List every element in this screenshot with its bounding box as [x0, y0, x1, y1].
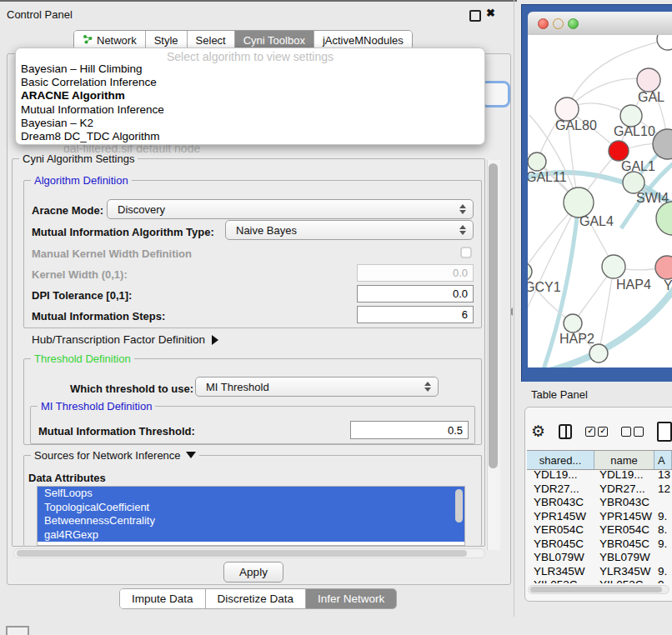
table-row[interactable]: YDL19...YDL19...13 [527, 468, 672, 482]
minimize-traffic-light-icon[interactable] [553, 18, 564, 29]
network-icon [83, 34, 93, 47]
network-node-GAL80[interactable] [555, 98, 579, 121]
table-row[interactable]: YLR345WYLR345W9. [527, 565, 672, 579]
dpi-tolerance-field[interactable]: 0.0 [357, 285, 474, 302]
network-node-GAL4[interactable] [564, 188, 594, 218]
network-node-node-bottom[interactable] [589, 344, 608, 362]
split-columns-icon[interactable] [559, 424, 572, 439]
table-header-row: shared... name A [527, 450, 672, 470]
table-row[interactable]: YBR045CYBR045C9. [527, 538, 672, 552]
attribute-list-item[interactable]: BetweennessCentrality [38, 514, 464, 528]
mi-threshold-group-title: MI Threshold Definition [38, 400, 155, 412]
manual-kernel-checkbox[interactable] [460, 247, 472, 258]
table-cell: 9. [654, 510, 672, 524]
hub-tf-label: Hub/Transcription Factor Definition [32, 333, 205, 346]
algorithm-option[interactable]: Dream8 DC_TDC Algorithm [16, 130, 484, 143]
algorithm-definition-title: Algorithm Definition [31, 174, 132, 187]
network-view-canvas[interactable]: GALGAL80GAL10GAL1GAL11SWI4GAL4HAP4YGCY1H… [528, 35, 672, 368]
close-traffic-light-icon[interactable] [538, 18, 549, 29]
tab-network[interactable]: Network [74, 31, 146, 49]
tab-discretize-data[interactable]: Discretize Data [206, 589, 307, 608]
attribute-list-item[interactable]: SelfLoops [38, 487, 464, 501]
column-header-shared-name[interactable]: shared... [527, 451, 594, 469]
algorithm-option[interactable]: Mutual Information Inference [16, 103, 484, 117]
zoom-traffic-light-icon[interactable] [568, 18, 579, 29]
network-node-label: GAL1 [621, 159, 655, 173]
dropdown-placeholder: Select algorithm to view settings [16, 48, 484, 62]
mi-type-value: Naive Bayes [236, 224, 297, 237]
apply-button[interactable]: Apply [223, 562, 283, 582]
close-icon[interactable]: ✖ [486, 7, 495, 19]
gear-icon[interactable]: ⚙ [531, 423, 545, 440]
network-node-node-top[interactable] [657, 35, 672, 50]
attributes-scrollbar-thumb[interactable] [455, 489, 463, 522]
network-node-label: GAL10 [614, 124, 655, 138]
data-attributes-list[interactable]: SelfLoopsTopologicalCoefficientBetweenne… [37, 486, 465, 546]
table-horizontal-scrollbar-thumb[interactable] [530, 587, 662, 592]
table-row[interactable]: YPR145WYPR145W9. [527, 510, 672, 524]
tab-jactivemnodules[interactable]: jActiveMNodules [314, 31, 412, 49]
aracne-mode-label: Aracne Mode: [32, 204, 103, 217]
network-node-GCY1[interactable] [528, 262, 532, 281]
tab-cyni-toolbox[interactable]: Cyni Toolbox [235, 31, 314, 49]
mi-threshold-field[interactable]: 0.5 [350, 421, 469, 439]
table-row[interactable]: YDR27...YDR27...12 [527, 482, 672, 497]
float-window-icon[interactable] [469, 10, 481, 22]
table-row[interactable]: YBR043CYBR043C [527, 496, 672, 510]
network-node-GAL7[interactable] [637, 68, 660, 92]
tab-select[interactable]: Select [188, 31, 235, 49]
file-icon[interactable] [657, 422, 672, 442]
table-row[interactable]: YER054CYER054C8. [527, 523, 672, 538]
table-cell: YDL19... [527, 468, 594, 482]
settings-horizontal-scrollbar-thumb[interactable] [17, 550, 467, 557]
tab-impute-data[interactable]: Impute Data [120, 589, 206, 608]
network-graph: GALGAL80GAL10GAL1GAL11SWI4GAL4HAP4YGCY1H… [528, 35, 672, 368]
deselect-all-checkbox-icon[interactable] [621, 427, 644, 437]
table-cell: YER054C [527, 523, 594, 538]
column-header-name[interactable]: name [594, 451, 654, 469]
table-cell [654, 551, 672, 565]
aracne-mode-select[interactable]: Discovery [107, 199, 474, 219]
column-header-partial[interactable]: A [654, 451, 672, 469]
network-node-node-salmon[interactable] [655, 256, 672, 279]
network-node-label: Y [664, 278, 672, 292]
table-row[interactable]: YBL079WYBL079W [527, 551, 672, 565]
table-cell: YPR145W [527, 510, 594, 524]
control-panel-title: Control Panel [7, 8, 73, 21]
table-rows: YDL19...YDL19...13YDR27...YDR27...12YBR0… [527, 468, 672, 583]
tab-style[interactable]: Style [146, 31, 188, 49]
table-row[interactable]: YIL053CYIL053C9 [527, 578, 672, 583]
attribute-list-item[interactable]: TopologicalCoefficient [38, 501, 464, 515]
network-node-label: GAL [638, 90, 664, 104]
table-cell: YBR043C [594, 496, 654, 510]
collapsed-panel-icon[interactable] [6, 626, 29, 635]
network-node-HAP4[interactable] [602, 255, 625, 278]
algorithm-option[interactable]: ARACNE Algorithm [16, 89, 484, 102]
panel-divider [514, 0, 514, 617]
table-cell: YBR045C [527, 538, 594, 552]
network-node-GAL11[interactable] [528, 152, 546, 171]
table-cell: YBL079W [527, 551, 594, 565]
table-cell: 9. [654, 538, 672, 552]
algorithm-option[interactable]: Basic Correlation Inference [16, 76, 484, 89]
network-node-HAP2[interactable] [564, 314, 582, 332]
kernel-width-field[interactable]: 0.0 [357, 264, 474, 282]
settings-vertical-scrollbar-thumb[interactable] [489, 163, 498, 468]
algorithm-option[interactable]: Bayesian – K2 [16, 117, 484, 130]
mi-algorithm-type-select[interactable]: Naive Bayes [225, 220, 474, 240]
table-toolbar: ⚙ ✓✓ [531, 419, 672, 444]
network-window-titlebar[interactable] [528, 12, 672, 37]
hub-tf-expander[interactable]: Hub/Transcription Factor Definition [32, 333, 218, 346]
mi-steps-field[interactable]: 6 [357, 306, 474, 323]
mi-threshold-label: Mutual Information Threshold: [38, 425, 195, 438]
collapse-arrow-icon[interactable] [186, 452, 196, 458]
which-threshold-select[interactable]: MI Threshold [195, 377, 439, 397]
network-node-GAL1[interactable] [609, 141, 629, 161]
tab-infer-network[interactable]: Infer Network [306, 589, 396, 608]
attribute-list-item[interactable]: gal4RGexp [38, 528, 464, 542]
kernel-width-label: Kernel Width (0,1): [32, 268, 128, 281]
network-node-node-green-large[interactable] [656, 202, 672, 235]
algorithm-option[interactable]: Bayesian – Hill Climbing [16, 62, 484, 76]
stepper-arrows-icon [424, 382, 430, 392]
select-all-checkbox-icon[interactable]: ✓✓ [585, 427, 608, 437]
